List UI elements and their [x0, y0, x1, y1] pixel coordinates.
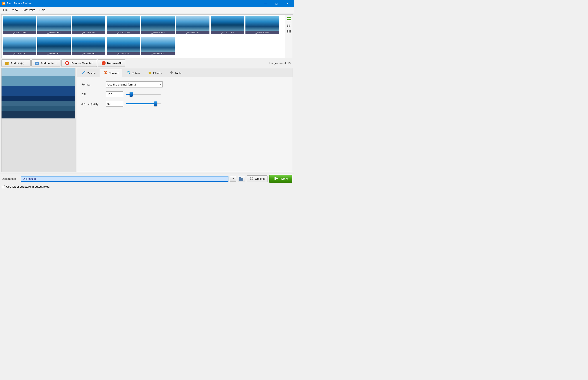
gallery-sidebar [285, 15, 293, 58]
dpi-label: DPI [81, 93, 103, 96]
jpeg-quality-input[interactable] [106, 101, 123, 107]
destination-browse-button[interactable] [238, 176, 245, 182]
menu-file[interactable]: File [1, 7, 10, 12]
settings-panel: Resize Convert Rotate [77, 68, 293, 172]
convert-tab-content: Format Use the original formatJPEGPNGBMP… [77, 77, 293, 172]
minimize-button[interactable]: — [261, 0, 270, 7]
window-controls: — □ ✕ [261, 0, 292, 7]
add-folder-label: Add Folder... [41, 61, 57, 65]
close-button[interactable]: ✕ [282, 0, 292, 7]
svg-line-57 [250, 179, 251, 180]
main-toolbar: Add File(s)... Add Folder... Remove Sele… [0, 58, 294, 68]
options-label: Options [255, 177, 265, 180]
add-folder-button[interactable]: Add Folder... [31, 59, 61, 67]
remove-selected-button[interactable]: Remove Selected [61, 59, 97, 67]
gallery-item[interactable]: _4022875.JPG [141, 16, 175, 34]
gallery-grid: _4022871.JPG_4022872.JPG_4022873.JPG_402… [1, 15, 285, 58]
destination-dropdown-button[interactable]: ▾ [230, 176, 236, 182]
gallery-item[interactable]: _4022881.JPG [72, 37, 106, 55]
gallery-item[interactable]: _4022883.JPG [141, 37, 175, 55]
gallery-area: _4022871.JPG_4022872.JPG_4022873.JPG_402… [1, 14, 293, 58]
bottom-action-bar: Destination ▾ Options Start [0, 173, 294, 184]
add-files-label: Add File(s)... [11, 61, 27, 65]
svg-rect-11 [289, 26, 291, 26]
svg-point-49 [251, 178, 252, 179]
menu-view[interactable]: View [10, 7, 20, 12]
gallery-item[interactable]: _4022878.JPG [245, 16, 279, 34]
gallery-view-large[interactable] [286, 16, 292, 22]
tab-effects[interactable]: Effects [144, 69, 166, 77]
gallery-item[interactable]: _4022873.JPG [72, 16, 106, 34]
jpeg-quality-label: JPEG Quality [81, 102, 103, 106]
gallery-view-list[interactable] [286, 22, 292, 28]
remove-all-icon [101, 61, 106, 65]
tab-tools[interactable]: Tools [166, 69, 185, 77]
svg-rect-26 [35, 62, 37, 63]
lower-area: Resize Convert Rotate [1, 68, 293, 172]
tab-rotate[interactable]: Rotate [123, 69, 144, 77]
dpi-slider-thumb[interactable] [130, 92, 133, 97]
start-button[interactable]: Start [269, 175, 292, 183]
gallery-item[interactable]: _4022871.JPG [2, 16, 36, 34]
tab-effects-label: Effects [153, 72, 162, 75]
menu-help[interactable]: Help [37, 7, 48, 12]
images-count: Images count: 13 [269, 61, 293, 65]
tab-rotate-label: Rotate [132, 72, 140, 75]
gallery-item[interactable]: _4022879.JPG [2, 37, 36, 55]
gallery-item[interactable]: _4022876.JPG [176, 16, 210, 34]
app-icon: 🖼 [2, 2, 5, 5]
tab-resize[interactable]: Resize [78, 69, 99, 77]
jpeg-slider-container [126, 103, 161, 104]
gallery-item[interactable]: _4022882.JPG [107, 37, 140, 55]
svg-rect-14 [289, 30, 289, 31]
svg-marker-36 [127, 73, 128, 73]
format-select[interactable]: Use the original formatJPEGPNGBMPTIFFGIF… [106, 81, 163, 88]
title-bar: 🖼 Batch Picture Resizer — □ ✕ [0, 0, 294, 7]
svg-line-56 [252, 177, 253, 178]
svg-rect-10 [287, 26, 288, 27]
remove-selected-icon [65, 61, 69, 65]
svg-rect-5 [289, 24, 291, 24]
preview-image [1, 68, 75, 118]
folder-structure-checkbox[interactable] [2, 185, 5, 188]
svg-point-39 [171, 73, 172, 73]
maximize-button[interactable]: □ [271, 0, 282, 7]
rotate-tab-icon [126, 71, 130, 76]
svg-rect-2 [287, 19, 289, 20]
menu-bar: File View SoftOrbits Help [0, 7, 294, 13]
svg-line-34 [82, 71, 85, 74]
svg-rect-17 [289, 31, 289, 32]
destination-input[interactable] [21, 176, 228, 182]
tab-convert[interactable]: Convert [100, 69, 122, 77]
gallery-item[interactable]: _4022872.JPG [37, 16, 71, 34]
remove-all-button[interactable]: Remove All [98, 59, 125, 67]
svg-line-55 [252, 179, 253, 180]
dpi-input[interactable] [106, 91, 123, 97]
svg-rect-20 [289, 33, 289, 33]
options-button[interactable]: Options [247, 175, 267, 182]
add-files-button[interactable]: Add File(s)... [1, 59, 31, 67]
svg-rect-21 [290, 33, 291, 33]
gallery-view-grid[interactable] [286, 29, 292, 35]
title-bar-left: 🖼 Batch Picture Resizer [2, 2, 32, 5]
svg-rect-1 [289, 17, 291, 18]
remove-selected-label: Remove Selected [71, 61, 93, 65]
dpi-slider-track[interactable] [126, 94, 161, 95]
svg-rect-3 [289, 19, 291, 20]
jpeg-quality-row: JPEG Quality [81, 101, 288, 107]
jpeg-slider-thumb[interactable] [154, 101, 157, 106]
gallery-item[interactable]: _4022874.JPG [107, 16, 140, 34]
effects-tab-icon [148, 71, 152, 76]
tab-resize-label: Resize [87, 72, 95, 75]
svg-rect-8 [289, 25, 291, 25]
convert-tab-icon [103, 71, 107, 76]
svg-line-54 [250, 177, 251, 178]
add-folder-icon [35, 61, 39, 65]
menu-softorbits[interactable]: SoftOrbits [20, 7, 37, 12]
gallery-item[interactable]: _4022880.JPG [37, 37, 71, 55]
gallery-item[interactable]: _4022877.JPG [210, 16, 244, 34]
jpeg-slider-track[interactable] [126, 103, 161, 104]
svg-rect-45 [239, 177, 241, 178]
format-label: Format [81, 83, 103, 86]
svg-rect-12 [289, 26, 290, 27]
